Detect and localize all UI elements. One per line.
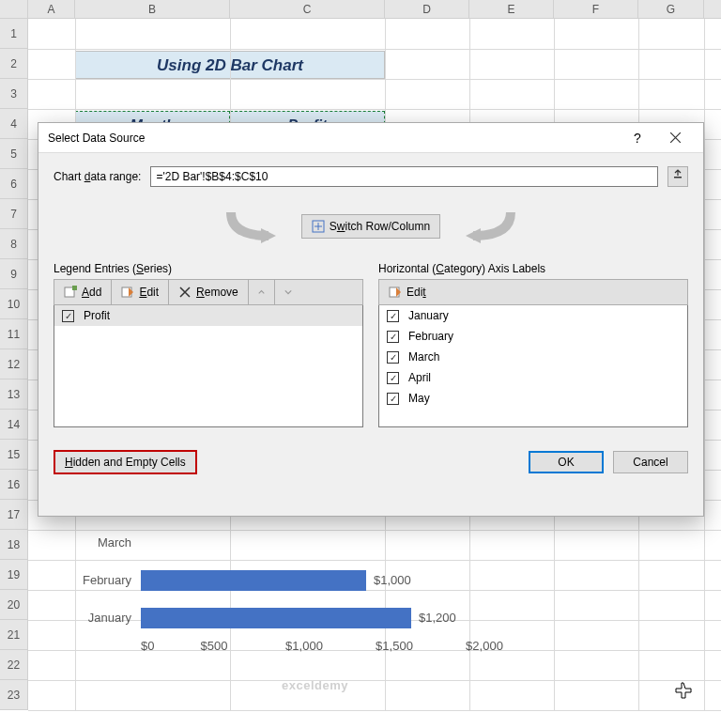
category-item-label: January xyxy=(408,309,449,322)
dialog-titlebar[interactable]: Select Data Source ? xyxy=(38,123,703,153)
col-header-d[interactable]: D xyxy=(385,0,469,18)
category-item-label: April xyxy=(408,371,431,384)
row-header-20[interactable]: 20 xyxy=(0,590,28,620)
column-headers: A B C D E F G xyxy=(0,0,721,19)
axis-toolbar: Edit xyxy=(378,279,688,305)
category-item[interactable]: April xyxy=(379,367,687,388)
category-item-label: February xyxy=(408,330,453,343)
series-item-label: Profit xyxy=(84,309,110,322)
row-header-2[interactable]: 2 xyxy=(0,49,28,79)
row-header-23[interactable]: 23 xyxy=(0,680,28,710)
range-label: Chart data range: xyxy=(54,170,141,183)
series-listbox[interactable]: Profit xyxy=(54,305,363,427)
category-item-label: March xyxy=(408,350,439,364)
switch-icon xyxy=(312,220,325,233)
col-header-f[interactable]: F xyxy=(554,0,638,18)
row-header-17[interactable]: 17 xyxy=(0,500,28,530)
bar-category-label: March xyxy=(56,535,141,550)
dialog-title: Select Data Source xyxy=(48,132,619,145)
bar-value-label: $1,000 xyxy=(366,570,411,591)
row-header-22[interactable]: 22 xyxy=(0,650,28,680)
svg-rect-3 xyxy=(72,286,77,290)
col-header-e[interactable]: E xyxy=(469,0,554,18)
row-header-10[interactable]: 10 xyxy=(0,289,28,319)
row-header-13[interactable]: 13 xyxy=(0,379,28,410)
row-header-3[interactable]: 3 xyxy=(0,79,28,109)
ok-button[interactable]: OK xyxy=(529,451,604,473)
axis-tick: $1,000 xyxy=(259,639,349,653)
hidden-empty-cells-button[interactable]: Hidden and Empty Cells xyxy=(54,450,197,474)
arrow-right-curve-icon xyxy=(445,208,520,245)
watermark: exceldemy xyxy=(282,678,348,692)
close-button[interactable] xyxy=(656,131,694,146)
bar-fill[interactable] xyxy=(141,570,366,591)
row-header-1[interactable]: 1 xyxy=(0,19,28,49)
col-header-b[interactable]: B xyxy=(75,0,230,18)
move-up-button[interactable] xyxy=(249,280,275,304)
chevron-down-icon xyxy=(284,286,292,299)
chart-x-axis: $0$500$1,000$1,500$2,000 xyxy=(141,639,620,653)
row-header-5[interactable]: 5 xyxy=(0,139,28,169)
row-header-19[interactable]: 19 xyxy=(0,560,28,590)
row-header-9[interactable]: 9 xyxy=(0,259,28,289)
category-checkbox[interactable] xyxy=(387,372,399,384)
col-header-c[interactable]: C xyxy=(230,0,385,18)
row-header-7[interactable]: 7 xyxy=(0,199,28,229)
axis-labels-label: Horizontal (Category) Axis Labels xyxy=(378,262,688,275)
remove-series-button[interactable]: Remove xyxy=(169,280,249,304)
row-headers: 1234567891011121314151617181920212223 xyxy=(0,19,28,710)
row-header-14[interactable]: 14 xyxy=(0,410,28,440)
select-all-corner[interactable] xyxy=(0,0,28,18)
row-header-11[interactable]: 11 xyxy=(0,319,28,349)
category-listbox[interactable]: JanuaryFebruaryMarchAprilMay xyxy=(378,305,688,427)
row-header-21[interactable]: 21 xyxy=(0,620,28,650)
category-item[interactable]: March xyxy=(379,347,687,367)
bar-category-label: February xyxy=(56,573,141,587)
help-button[interactable]: ? xyxy=(619,131,656,146)
col-header-a[interactable]: A xyxy=(28,0,75,18)
series-item-profit[interactable]: Profit xyxy=(54,305,362,326)
bar-fill[interactable] xyxy=(141,608,411,628)
row-header-16[interactable]: 16 xyxy=(0,470,28,500)
row-header-8[interactable]: 8 xyxy=(0,229,28,259)
add-series-button[interactable]: Add xyxy=(54,280,112,304)
chevron-up-icon xyxy=(258,286,265,299)
edit-series-button[interactable]: Edit xyxy=(112,280,169,304)
bar-category-label: January xyxy=(56,611,141,625)
category-item[interactable]: January xyxy=(379,305,687,326)
axis-labels-panel: Horizontal (Category) Axis Labels Edit J… xyxy=(378,262,688,427)
chart-bar-row: January$1,200 xyxy=(56,601,620,634)
cursor-icon xyxy=(674,681,693,700)
category-item[interactable]: May xyxy=(379,388,687,409)
row-header-6[interactable]: 6 xyxy=(0,169,28,199)
category-checkbox[interactable] xyxy=(387,310,399,322)
category-checkbox[interactable] xyxy=(387,351,399,364)
chart-data-range-input[interactable] xyxy=(150,166,658,187)
remove-icon xyxy=(178,286,192,299)
row-header-12[interactable]: 12 xyxy=(0,349,28,379)
legend-entries-label: Legend Entries (Series) xyxy=(54,262,363,275)
axis-tick: $500 xyxy=(169,639,259,653)
move-down-button[interactable] xyxy=(275,280,301,304)
row-header-18[interactable]: 18 xyxy=(0,530,28,560)
collapse-range-button[interactable] xyxy=(667,166,688,187)
switch-row-column-button[interactable]: Switch Row/Column xyxy=(301,214,440,239)
category-checkbox[interactable] xyxy=(387,331,399,343)
add-icon xyxy=(64,286,77,299)
edit-icon xyxy=(121,286,134,299)
series-checkbox[interactable] xyxy=(62,310,74,322)
chart-bar-row: March xyxy=(56,526,620,559)
cancel-button[interactable]: Cancel xyxy=(613,451,688,473)
svg-rect-0 xyxy=(674,177,682,178)
edit-axis-button[interactable]: Edit xyxy=(379,280,436,304)
close-icon xyxy=(670,132,681,143)
col-header-g[interactable]: G xyxy=(638,0,704,18)
category-item[interactable]: February xyxy=(379,326,687,347)
edit-icon xyxy=(389,286,402,299)
row-header-4[interactable]: 4 xyxy=(0,109,28,139)
collapse-icon xyxy=(672,168,683,179)
category-checkbox[interactable] xyxy=(387,393,399,405)
axis-tick: $0 xyxy=(141,639,169,653)
row-header-15[interactable]: 15 xyxy=(0,440,28,470)
category-item-label: May xyxy=(408,392,430,405)
